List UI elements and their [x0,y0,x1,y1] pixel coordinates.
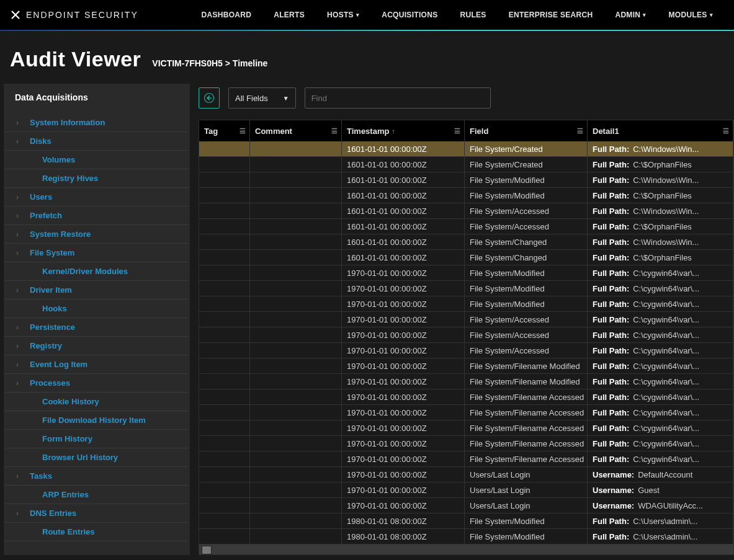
column-menu-icon[interactable]: ☰ [239,127,246,135]
table-row[interactable]: 1601-01-01 00:00:00ZFile System/Accessed… [199,219,733,234]
sidebar-item-arp-entries[interactable]: ARP Entries [5,486,189,504]
sidebar-item-system-information[interactable]: ›System Information [5,113,189,132]
sidebar-item-disks[interactable]: ›Disks [5,132,189,151]
column-menu-icon[interactable]: ☰ [454,127,460,135]
grid-header: Tag☰Comment☰Timestamp↑☰Field☰Detail1☰ [199,120,733,141]
nav-modules[interactable]: MODULES▾ [658,0,724,30]
cell [199,157,250,172]
column-header-field[interactable]: Field☰ [465,120,588,141]
sidebar-item-users[interactable]: ›Users [5,188,189,207]
cell [199,234,250,249]
table-row[interactable]: 1970-01-01 00:00:00ZUsers/Last LoginUser… [199,498,733,513]
sidebar-item-system-restore[interactable]: ›System Restore [5,225,189,244]
grid-body[interactable]: 1601-01-01 00:00:00ZFile System/CreatedF… [199,141,733,544]
table-row[interactable]: 1970-01-01 00:00:00ZFile System/Filename… [199,358,733,374]
sidebar-item-registry-hives[interactable]: Registry Hives [5,169,189,188]
column-menu-icon[interactable]: ☰ [577,127,583,135]
column-menu-icon[interactable]: ☰ [723,127,729,135]
nav-admin[interactable]: ADMIN▾ [604,0,657,30]
table-row[interactable]: 1601-01-01 00:00:00ZFile System/ChangedF… [199,234,733,250]
horizontal-scrollbar[interactable] [199,544,733,554]
column-menu-icon[interactable]: ☰ [331,127,338,135]
sidebar-item-persistence[interactable]: ›Persistence [5,318,189,337]
sidebar-item-driver-item[interactable]: ›Driver Item [5,281,189,300]
table-row[interactable]: 1601-01-01 00:00:00ZFile System/ChangedF… [199,250,733,265]
sidebar-item-volumes[interactable]: Volumes [5,151,189,169]
sidebar-item-form-history[interactable]: Form History [5,430,189,448]
nav-acquisitions[interactable]: ACQUISITIONS [370,0,449,30]
sidebar-item-cookie-history[interactable]: Cookie History [5,393,189,411]
cell [199,219,250,234]
column-header-timestamp[interactable]: Timestamp↑☰ [342,120,465,141]
table-row[interactable]: 1970-01-01 00:00:00ZFile System/Filename… [199,451,733,467]
detail-value: C:\Users\admin\... [633,532,697,541]
column-header-detail1[interactable]: Detail1☰ [588,120,733,141]
sidebar-item-route-entries[interactable]: Route Entries [5,523,189,541]
cell [250,281,342,296]
table-row[interactable]: 1970-01-01 00:00:00ZFile System/Filename… [199,374,733,389]
cell: File System/Created [465,157,588,172]
expand-icon: › [16,118,25,127]
detail-key: Full Path: [593,176,629,185]
column-header-comment[interactable]: Comment☰ [250,120,342,141]
sidebar-item-tasks[interactable]: ›Tasks [5,467,189,486]
sidebar-item-file-system[interactable]: ›File System [5,244,189,262]
table-row[interactable]: 1601-01-01 00:00:00ZFile System/Accessed… [199,203,733,219]
sidebar-item-kernel-driver-modules[interactable]: Kernel/Driver Modules [5,262,189,281]
sidebar-item-dns-entries[interactable]: ›DNS Entries [5,504,189,523]
sidebar-item-processes[interactable]: ›Processes [5,374,189,393]
table-row[interactable]: 1970-01-01 00:00:00ZUsers/Last LoginUser… [199,482,733,498]
sidebar-item-prefetch[interactable]: ›Prefetch [5,207,189,225]
detail-value: C:\Users\admin\... [633,517,697,526]
table-row[interactable]: 1601-01-01 00:00:00ZFile System/Modified… [199,188,733,203]
sidebar-item-event-log-item[interactable]: ›Event Log Item [5,355,189,374]
sidebar-item-browser-url-history[interactable]: Browser Url History [5,448,189,467]
table-row[interactable]: 1970-01-01 00:00:00ZFile System/Filename… [199,389,733,405]
table-row[interactable]: 1970-01-01 00:00:00ZFile System/Modified… [199,296,733,312]
detail-value: Guest [638,486,660,495]
nav-alerts[interactable]: ALERTS [262,0,316,30]
detail-value: C:\cygwin64\var\... [633,408,699,417]
table-row[interactable]: 1970-01-01 00:00:00ZFile System/Modified… [199,281,733,296]
table-row[interactable]: 1970-01-01 00:00:00ZFile System/Filename… [199,405,733,420]
table-row[interactable]: 1970-01-01 00:00:00ZFile System/Accessed… [199,343,733,358]
column-header-tag[interactable]: Tag☰ [199,120,250,141]
table-row[interactable]: 1601-01-01 00:00:00ZFile System/CreatedF… [199,141,733,157]
table-row[interactable]: 1970-01-01 00:00:00ZFile System/Accessed… [199,312,733,327]
field-filter-value: All Fields [235,94,268,103]
cell: File System/Accessed [465,327,588,342]
table-row[interactable]: 1980-01-01 08:00:00ZFile System/Modified… [199,513,733,529]
table-row[interactable]: 1970-01-01 00:00:00ZUsers/Last LoginUser… [199,467,733,482]
sidebar-item-label: Event Log Item [30,360,87,369]
nav-rules[interactable]: RULES [449,0,497,30]
detail-value: C:\Windows\Win... [633,176,699,185]
table-row[interactable]: 1980-01-01 08:00:00ZFile System/Modified… [199,529,733,544]
field-filter-select[interactable]: All Fields ▼ [228,87,296,109]
table-row[interactable]: 1601-01-01 00:00:00ZFile System/Modified… [199,172,733,188]
sidebar-item-file-download-history-item[interactable]: File Download History Item [5,411,189,430]
expand-icon: › [16,323,25,332]
back-button[interactable] [199,87,220,109]
nav-enterprise-search[interactable]: ENTERPRISE SEARCH [498,0,604,30]
cell: File System/Modified [465,281,588,296]
cell: Full Path:C:\cygwin64\var\... [588,405,733,420]
sidebar-list[interactable]: ›System Information›DisksVolumesRegistry… [4,113,190,555]
table-row[interactable]: 1970-01-01 00:00:00ZFile System/Filename… [199,436,733,451]
sidebar-item-hooks[interactable]: Hooks [5,300,189,318]
table-row[interactable]: 1970-01-01 00:00:00ZFile System/Accessed… [199,327,733,343]
nav-hosts[interactable]: HOSTS▾ [316,0,370,30]
sidebar-item-registry[interactable]: ›Registry [5,337,189,355]
detail-value: C:\cygwin64\var\... [633,439,699,448]
cell [250,513,342,528]
nav-dashboard[interactable]: DASHBOARD [190,0,263,30]
search-box[interactable] [305,87,491,109]
cell: File System/Accessed [465,203,588,218]
page-header: Audit Viewer VICTIM-7FHS0H5 > Timeline [0,31,734,84]
table-row[interactable]: 1601-01-01 00:00:00ZFile System/CreatedF… [199,157,733,172]
detail-key: Full Path: [593,160,629,169]
cell [199,296,250,311]
table-row[interactable]: 1970-01-01 00:00:00ZFile System/Modified… [199,265,733,281]
expand-icon: › [16,249,25,257]
table-row[interactable]: 1970-01-01 00:00:00ZFile System/Filename… [199,420,733,436]
search-input[interactable] [311,94,484,103]
